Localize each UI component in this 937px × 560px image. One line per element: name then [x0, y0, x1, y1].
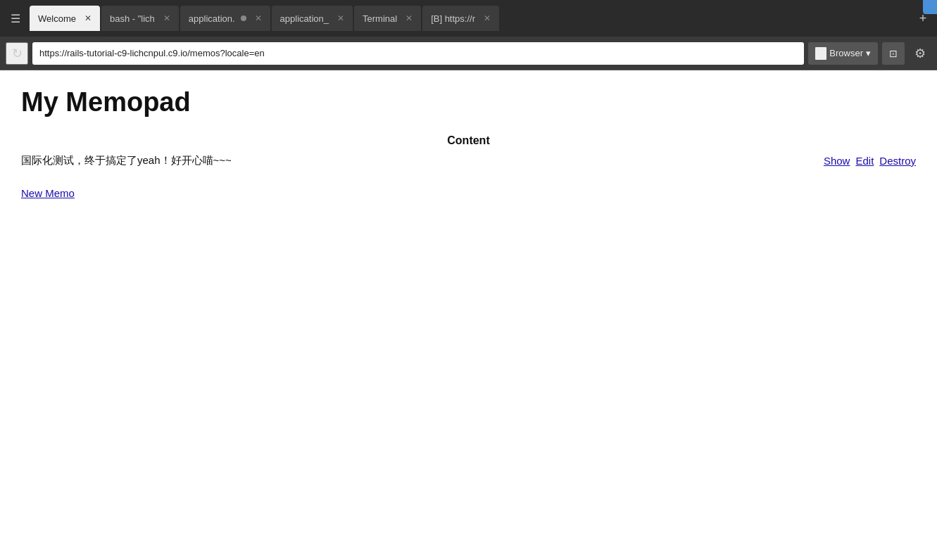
page-title: My Memopad: [21, 87, 916, 117]
tab-dot: [241, 15, 246, 21]
page-icon: [815, 47, 826, 60]
blue-corner-decoration: [923, 0, 937, 14]
page-content: My Memopad Content 国际化测试，终于搞定了yeah！好开心喵~…: [0, 70, 937, 560]
chevron-down-icon: ▾: [866, 48, 871, 58]
tab-close-welcome[interactable]: ✕: [84, 13, 92, 23]
menu-icon[interactable]: ☰: [3, 6, 28, 31]
gear-icon: ⚙: [914, 46, 926, 61]
tab-application1[interactable]: application. ✕: [180, 6, 270, 31]
tab-label: [B] https://r: [431, 13, 475, 24]
tab-label: Welcome: [38, 13, 76, 24]
tab-browser[interactable]: [B] https://r ✕: [422, 6, 499, 31]
reload-button[interactable]: ↻: [6, 42, 28, 65]
show-link[interactable]: Show: [824, 155, 850, 167]
edit-link[interactable]: Edit: [855, 155, 874, 167]
settings-button[interactable]: ⚙: [909, 42, 931, 65]
reload-icon: ↻: [12, 46, 23, 61]
content-header: Content: [21, 134, 916, 147]
tab-welcome[interactable]: Welcome ✕: [30, 6, 100, 31]
memo-row: 国际化测试，终于搞定了yeah！好开心喵~~~ Show Edit Destro…: [21, 154, 916, 167]
tab-terminal[interactable]: Terminal ✕: [354, 6, 421, 31]
tab-close-bash[interactable]: ✕: [163, 13, 170, 23]
tab-close-browser[interactable]: ✕: [484, 13, 491, 23]
browser-label: Browser: [829, 48, 863, 58]
screenshot-icon: ⊡: [889, 48, 898, 59]
new-memo-link[interactable]: New Memo: [21, 187, 75, 199]
tab-bar: ☰ Welcome ✕ bash - "lich ✕ application. …: [0, 0, 937, 37]
memo-actions: Show Edit Destroy: [824, 155, 916, 167]
tab-label: bash - "lich: [110, 13, 155, 24]
tab-close-app1[interactable]: ✕: [255, 13, 262, 23]
tab-label: application_: [280, 13, 329, 24]
destroy-link[interactable]: Destroy: [879, 155, 916, 167]
tab-label: application.: [189, 13, 235, 24]
tab-label: Terminal: [363, 13, 397, 24]
screenshot-button[interactable]: ⊡: [882, 42, 905, 65]
browser-button[interactable]: Browser ▾: [808, 42, 878, 65]
url-input[interactable]: [32, 42, 804, 65]
memo-text: 国际化测试，终于搞定了yeah！好开心喵~~~: [21, 154, 815, 167]
tab-close-terminal[interactable]: ✕: [405, 13, 413, 23]
tab-bash[interactable]: bash - "lich ✕: [101, 6, 179, 31]
tab-close-app2[interactable]: ✕: [337, 13, 344, 23]
address-bar: ↻ Browser ▾ ⊡ ⚙: [0, 37, 937, 70]
tab-application2[interactable]: application_ ✕: [272, 6, 353, 31]
